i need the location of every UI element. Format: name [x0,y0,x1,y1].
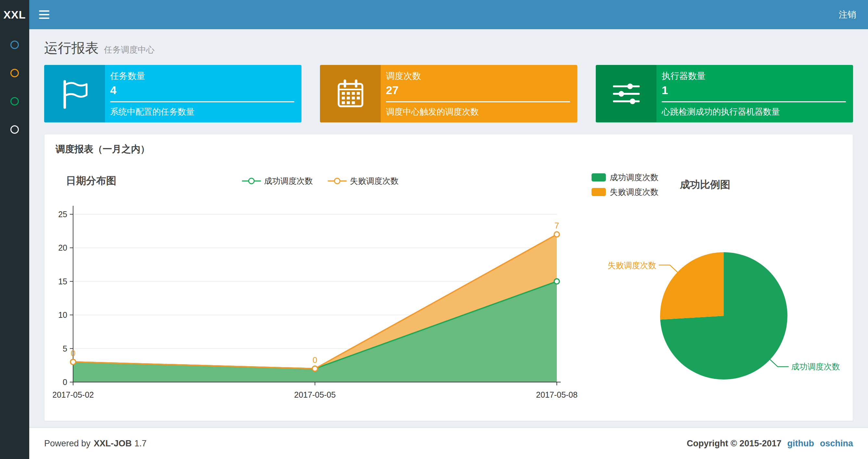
info-box-row: 任务数量 4 系统中配置的任务数量 [29,65,868,122]
page-footer: Powered byXXL-JOB1.7 Copyright © 2015-20… [29,427,868,459]
svg-text:2017-05-02: 2017-05-02 [53,390,94,399]
hamburger-icon [39,14,50,15]
pie-chart-title: 成功比例图 [680,178,730,192]
svg-text:0: 0 [63,378,67,387]
progress-line [110,101,294,102]
panel-body: 日期分布图 成功调度次数 失败调度次数 05101520252017-05-02… [44,164,853,421]
legend-label: 失败调度次数 [610,187,658,197]
info-box-description: 系统中配置的任务数量 [110,106,294,118]
svg-text:失败调度次数: 失败调度次数 [608,261,656,270]
hamburger-icon [39,10,50,12]
line-legend-marker-icon [328,176,347,185]
legend-label: 失败调度次数 [350,175,399,186]
svg-text:5: 5 [63,344,67,353]
circle-icon [10,40,19,49]
main-content: 运行报表 任务调度中心 任务数量 4 系统中配置的任务数量 [29,0,868,421]
line-chart-legend: 成功调度次数 失败调度次数 [242,175,399,186]
page-header: 运行报表 任务调度中心 [29,29,868,65]
circle-icon [10,97,19,105]
powered-by-text: Powered by [44,438,91,448]
svg-text:10: 10 [58,310,67,320]
info-box-description: 调度中心触发的调度次数 [386,106,570,118]
svg-text:0: 0 [71,348,75,358]
info-box-content: 执行器数量 1 心跳检测成功的执行器机器数量 [656,65,853,122]
svg-text:2017-05-08: 2017-05-08 [536,390,578,399]
circle-icon [10,69,19,77]
footer-copyright: Copyright © 2015-2017 github oschina [687,438,853,449]
panel-title: 调度报表（一月之内） [44,134,853,164]
info-box-value: 1 [662,84,846,97]
svg-text:7: 7 [555,221,559,230]
report-panel: 调度报表（一月之内） 日期分布图 成功调度次数 失败调度次数 [44,134,853,421]
legend-label: 成功调度次数 [610,172,658,183]
info-box-content: 调度次数 27 调度中心触发的调度次数 [381,65,577,122]
info-box-job-count: 任务数量 4 系统中配置的任务数量 [44,65,302,122]
oschina-link[interactable]: oschina [820,438,853,449]
sidebar-item-dashboard[interactable] [0,31,29,59]
page-title: 运行报表 [44,39,99,57]
date-distribution-chart: 05101520252017-05-022017-05-052017-05-08… [53,192,588,406]
legend-swatch-icon [592,173,606,182]
svg-text:20: 20 [58,243,67,252]
hamburger-icon [39,18,50,19]
sidebar-item-jobs[interactable] [0,59,29,87]
svg-text:15: 15 [58,277,67,286]
sliders-icon [596,65,656,122]
legend-item-success[interactable]: 成功调度次数 [242,175,313,186]
legend-item-fail[interactable]: 失败调度次数 [592,187,658,197]
page-subtitle: 任务调度中心 [104,44,155,56]
product-version: 1.7 [134,438,147,448]
pie-chart-legend: 成功调度次数 失败调度次数 [592,172,658,197]
calendar-icon [320,65,381,122]
circle-icon [10,125,19,134]
info-box-trigger-count: 调度次数 27 调度中心触发的调度次数 [320,65,577,122]
info-box-content: 任务数量 4 系统中配置的任务数量 [105,65,302,122]
line-legend-marker-icon [242,176,261,185]
sidebar-item-executors[interactable] [0,115,29,143]
sidebar-item-logs[interactable] [0,87,29,115]
info-box-label: 任务数量 [110,70,294,82]
info-box-label: 调度次数 [386,70,570,82]
github-link[interactable]: github [787,438,814,449]
success-ratio-chart: 成功调度次数失败调度次数 [588,197,844,412]
legend-label: 成功调度次数 [264,175,313,186]
top-navbar: XXL 注销 [0,0,868,29]
line-chart-header: 日期分布图 成功调度次数 失败调度次数 [53,169,588,192]
product-name: XXL-JOB [94,438,132,448]
info-box-label: 执行器数量 [662,70,846,82]
legend-item-fail[interactable]: 失败调度次数 [328,175,399,186]
info-box-executor-count: 执行器数量 1 心跳检测成功的执行器机器数量 [596,65,853,122]
sidebar-toggle-button[interactable] [29,0,59,29]
info-box-value: 4 [110,84,294,97]
legend-item-success[interactable]: 成功调度次数 [592,172,658,183]
progress-line [386,101,570,102]
flag-icon [44,65,105,122]
pie-chart-header: 成功调度次数 失败调度次数 成功比例图 [588,172,844,197]
sidebar [0,29,29,459]
copyright-text: Copyright © 2015-2017 [687,438,782,449]
date-distribution-section: 日期分布图 成功调度次数 失败调度次数 05101520252017-05-02… [53,169,588,413]
svg-text:2017-05-05: 2017-05-05 [294,390,336,399]
line-chart-title: 日期分布图 [66,174,116,188]
svg-text:25: 25 [58,210,67,219]
svg-text:0: 0 [312,355,317,365]
legend-swatch-icon [592,188,606,196]
info-box-description: 心跳检测成功的执行器机器数量 [662,106,846,118]
app-logo[interactable]: XXL [0,0,29,29]
info-box-value: 27 [386,84,570,97]
svg-text:成功调度次数: 成功调度次数 [791,362,840,371]
success-ratio-section: 成功调度次数 失败调度次数 成功比例图 成功调度次数失败调度次数 [588,169,844,413]
footer-powered-by: Powered byXXL-JOB1.7 [44,438,147,449]
logout-link[interactable]: 注销 [827,0,868,29]
progress-line [662,101,846,102]
